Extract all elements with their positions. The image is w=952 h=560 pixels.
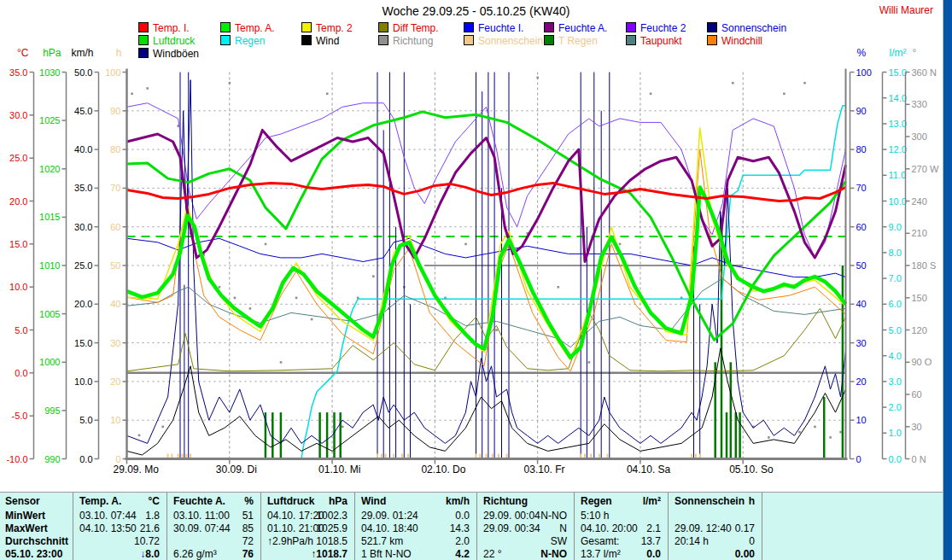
axis-tick-lm2: 2.0 [889, 402, 902, 412]
axis-tick-pct: 20 [856, 376, 867, 387]
axis-tick-h: 0 [115, 454, 120, 464]
table-cell-value: 13.7 [574, 535, 661, 547]
dot-Richtung [732, 82, 734, 85]
axis-tick-lm2: 10.0 [889, 196, 907, 207]
axis-tick-kmh: 30.0 [74, 222, 92, 232]
axis-tick-h: 90 [110, 106, 120, 116]
window-edge-bar[interactable] [943, 0, 952, 560]
axis-unit-temp: °C [17, 47, 29, 59]
axis-tick-pct: 100 [856, 67, 872, 78]
weather-chart[interactable]: °C35.030.025.020.015.010.05.00.0-5.0-10.… [0, 0, 952, 491]
axis-tick-temp: 15.0 [9, 239, 27, 249]
axis-tick-hpa: 1000 [39, 357, 60, 367]
table-cell-time: 5:10 h [581, 510, 609, 522]
axis-tick-hpa: 1020 [39, 164, 60, 174]
axis-tick-lm2: 7.0 [889, 273, 902, 283]
dot-Richtung [372, 275, 375, 277]
tick-Sonnenschein h [486, 454, 488, 458]
table-cell-value: 1002.3 [260, 510, 348, 522]
axis-tick-lm2: 1.0 [889, 428, 902, 438]
table-cell-value: 2.1 [574, 522, 661, 534]
axis-tick-deg: 300 [912, 131, 927, 142]
axis-tick-lm2: 15.0 [889, 67, 907, 78]
axis-tick-h: 100 [105, 67, 120, 78]
axis-tick-temp: 30.0 [9, 110, 27, 120]
table-cell-value: 1.8 [73, 510, 160, 522]
axis-tick-lm2: 3.0 [889, 376, 902, 387]
axis-tick-h: 30 [110, 338, 120, 348]
x-axis-label: 30.09. Di [216, 464, 257, 475]
dot-Richtung [280, 361, 283, 364]
table-cell-value: 0.17 [668, 522, 755, 534]
tick-Sonnenschein h [182, 454, 184, 458]
axis-tick-h: 80 [110, 144, 120, 155]
dot-Richtung [814, 426, 816, 429]
table-cell-value: N-NO [476, 510, 567, 522]
dot-Richtung [265, 243, 267, 246]
axis-tick-deg: 90 O [912, 357, 932, 367]
axis-tick-lm2: 11.0 [889, 170, 907, 180]
axis-tick-lm2: 12.0 [889, 144, 907, 155]
axis-tick-lm2: 0.0 [889, 454, 902, 464]
dot-Richtung [464, 243, 467, 246]
table-cell-value: 1025.9 [260, 522, 348, 534]
tick-Sonnenschein h [476, 454, 477, 458]
axis-tick-hpa: 1005 [39, 309, 60, 319]
axis-unit-pct: % [857, 47, 867, 59]
axis-tick-temp: -10.0 [6, 454, 27, 464]
axis-tick-deg: 180 S [912, 260, 937, 271]
axis-tick-temp: 25.0 [9, 153, 27, 163]
table-cell-value: 0.0 [574, 548, 661, 560]
series-Luftdruck [127, 112, 846, 340]
axis-tick-temp: 0.0 [15, 368, 27, 378]
table-cell-value: 1018.5 [260, 535, 348, 547]
table-col-header[interactable]: Richtung [483, 495, 528, 507]
tick-Sonnenschein h [691, 454, 692, 458]
table-row-label: Sensor [5, 495, 40, 507]
table-cell-value: 4.2 [354, 548, 470, 560]
axis-tick-pct: 80 [856, 144, 867, 155]
axis-tick-pct: 10 [856, 415, 867, 425]
table-cell-value: 0.0 [354, 510, 470, 522]
statistics-table: SensorMinWertMaxWertDurchschnitt05.10. 2… [0, 492, 943, 560]
table-row-label: Durchschnitt [5, 535, 68, 547]
table-col-unit: % [166, 495, 254, 507]
axis-tick-lm2: 9.0 [889, 222, 902, 232]
table-cell-value: N-NO [476, 548, 567, 560]
table-col-unit: km/h [354, 495, 470, 507]
tick-Sonnenschein h [178, 454, 179, 458]
tick-Sonnenschein h [584, 454, 586, 458]
axis-tick-lm2: 8.0 [889, 248, 902, 258]
axis-tick-lm2: 13.0 [889, 119, 907, 129]
dot-Richtung [219, 286, 221, 289]
series-Feuchte I. [127, 238, 846, 277]
axis-tick-temp: 5.0 [15, 325, 27, 335]
tick-Sonnenschein h [407, 454, 409, 458]
tick-Sonnenschein h [498, 454, 499, 458]
axis-tick-deg: 360 N [912, 67, 937, 78]
axis-tick-kmh: 0.0 [79, 454, 92, 464]
tick-Sonnenschein h [606, 454, 608, 458]
tick-Sonnenschein h [401, 454, 403, 458]
x-axis-label: 29.09. Mo [114, 464, 160, 475]
axis-unit-hpa: hPa [43, 47, 61, 59]
axis-tick-pct: 90 [856, 106, 867, 116]
axis-tick-h: 60 [110, 222, 120, 232]
axis-tick-hpa: 990 [44, 454, 60, 464]
table-row-label: 05.10. 23:00 [5, 548, 62, 560]
axis-tick-kmh: 20.0 [74, 299, 92, 309]
axis-tick-temp: -5.0 [12, 411, 28, 421]
tick-Sonnenschein h [580, 454, 581, 458]
axis-tick-deg: 60 [912, 389, 922, 400]
axis-tick-deg: 120 [912, 325, 927, 335]
axis-unit-deg: ° [913, 47, 917, 59]
dot-Richtung [342, 426, 344, 429]
axis-tick-temp: 10.0 [9, 282, 27, 292]
table-cell-value: N [476, 522, 567, 534]
series-Temp. A. [127, 187, 846, 357]
table-col-unit: hPa [260, 495, 348, 507]
dot-Richtung [311, 318, 313, 321]
tick-Sonnenschein h [190, 454, 191, 458]
dot-Richtung [650, 93, 652, 96]
axis-tick-deg: 150 [912, 293, 927, 303]
